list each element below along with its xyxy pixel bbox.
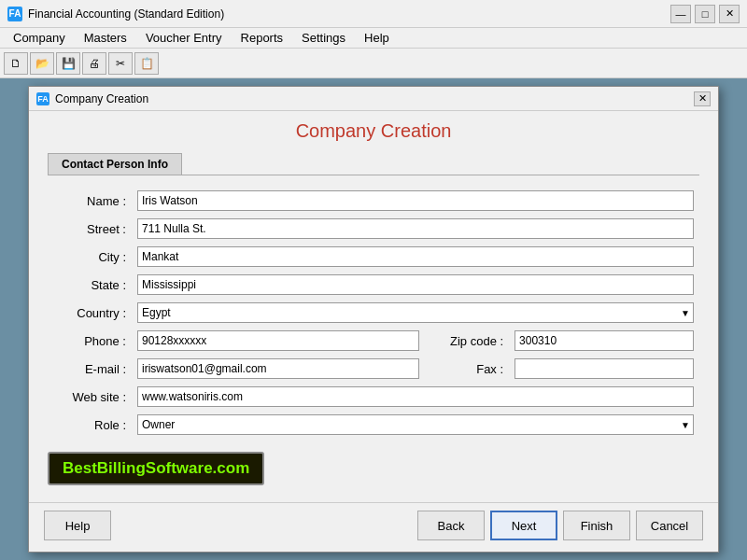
street-label: Street : [48, 215, 132, 243]
footer-right: Back Next Finish Cancel [417, 511, 703, 540]
dialog-title-bar: FA Company Creation ✕ [29, 87, 718, 111]
website-cell [132, 383, 699, 411]
state-input[interactable] [137, 274, 694, 295]
menu-masters[interactable]: Masters [75, 29, 136, 47]
role-row: Role : Owner ▼ [48, 411, 699, 439]
menu-help[interactable]: Help [355, 29, 399, 47]
role-label: Role : [48, 411, 132, 439]
dialog-icon: FA [36, 92, 49, 105]
toolbar-paste[interactable]: 📋 [134, 52, 159, 75]
section-tab-container: Contact Person Info [48, 153, 699, 175]
website-row: Web site : [48, 383, 699, 411]
toolbar-save[interactable]: 💾 [56, 52, 80, 75]
country-select[interactable]: Egypt [137, 302, 694, 323]
app-close-button[interactable]: ✕ [719, 5, 740, 23]
toolbar: 🗋 📂 💾 🖨 ✂ 📋 [0, 49, 747, 78]
fax-input[interactable] [514, 358, 694, 379]
next-button[interactable]: Next [490, 511, 557, 540]
toolbar-cut[interactable]: ✂ [108, 52, 133, 75]
state-label: State : [48, 271, 132, 299]
dialog-content: Company Creation Contact Person Info Nam… [29, 111, 718, 502]
name-input[interactable] [137, 190, 694, 211]
city-row: City : [48, 243, 699, 271]
city-input[interactable] [137, 246, 694, 267]
section-divider [48, 175, 699, 175]
footer-left: Help [44, 511, 410, 540]
phone-input[interactable] [137, 330, 419, 351]
street-input[interactable] [137, 218, 694, 239]
menu-settings[interactable]: Settings [292, 29, 355, 47]
minimize-button[interactable]: — [670, 5, 691, 23]
app-icon: FA [7, 7, 22, 21]
title-bar: FA Financial Accounting (Standard Editio… [0, 0, 747, 28]
dialog-footer: Help Back Next Finish Cancel [29, 502, 718, 548]
title-bar-controls: — □ ✕ [670, 5, 740, 23]
country-cell: Egypt ▼ [132, 299, 699, 327]
email-label: E-mail : [48, 355, 132, 383]
email-cell [132, 355, 425, 383]
role-cell: Owner ▼ [132, 411, 699, 439]
finish-button[interactable]: Finish [563, 511, 630, 540]
watermark-text: BestBillingSoftware.com [63, 459, 249, 477]
street-cell [132, 215, 699, 243]
watermark-suffix: Software.com [146, 459, 249, 477]
menu-reports[interactable]: Reports [232, 29, 293, 47]
city-cell [132, 243, 699, 271]
zipcode-cell [509, 327, 699, 355]
zipcode-label: Zip code : [450, 334, 503, 348]
street-row: Street : [48, 215, 699, 243]
app-title: Financial Accounting (Standard Edition) [28, 7, 670, 21]
dialog-heading: Company Creation [48, 120, 699, 142]
toolbar-open[interactable]: 📂 [30, 52, 54, 75]
name-label: Name : [48, 187, 132, 215]
toolbar-new[interactable]: 🗋 [4, 52, 28, 75]
dialog-title: Company Creation [55, 92, 694, 105]
back-button[interactable]: Back [417, 511, 485, 540]
country-label: Country : [48, 299, 132, 327]
menu-bar: Company Masters Voucher Entry Reports Se… [0, 28, 747, 49]
role-select[interactable]: Owner [137, 414, 694, 435]
role-select-wrapper: Owner ▼ [137, 414, 694, 435]
name-row: Name : [48, 187, 699, 215]
phone-label: Phone : [48, 327, 132, 355]
help-button[interactable]: Help [44, 511, 111, 540]
contact-person-info-tab[interactable]: Contact Person Info [48, 153, 182, 175]
email-row: E-mail : Fax : [48, 355, 699, 383]
state-row: State : [48, 271, 699, 299]
zipcode-input[interactable] [514, 330, 694, 351]
name-cell [132, 187, 699, 215]
menu-company[interactable]: Company [4, 29, 75, 47]
city-label: City : [48, 243, 132, 271]
watermark-container: BestBillingSoftware.com [48, 452, 699, 485]
maximize-button[interactable]: □ [695, 5, 715, 23]
toolbar-print[interactable]: 🖨 [82, 52, 106, 75]
cancel-button[interactable]: Cancel [636, 511, 703, 540]
watermark-box: BestBillingSoftware.com [48, 452, 264, 485]
watermark-prefix: BestBilling [63, 459, 146, 477]
dialog-close-button[interactable]: ✕ [694, 91, 711, 106]
form-table: Name : Street : City : [48, 187, 699, 439]
fax-label-cell: Fax : [425, 355, 509, 383]
email-input[interactable] [137, 358, 419, 379]
fax-label: Fax : [476, 362, 503, 376]
fax-cell [509, 355, 699, 383]
phone-cell [132, 327, 425, 355]
phone-row: Phone : Zip code : [48, 327, 699, 355]
country-select-wrapper: Egypt ▼ [137, 302, 694, 323]
menu-voucher-entry[interactable]: Voucher Entry [136, 29, 232, 47]
website-label: Web site : [48, 383, 132, 411]
country-row: Country : Egypt ▼ [48, 299, 699, 327]
zipcode-label-cell: Zip code : [425, 327, 509, 355]
company-creation-dialog: FA Company Creation ✕ Company Creation C… [28, 86, 719, 553]
website-input[interactable] [137, 386, 694, 407]
state-cell [132, 271, 699, 299]
main-area: FA Company Creation ✕ Company Creation C… [0, 78, 747, 560]
